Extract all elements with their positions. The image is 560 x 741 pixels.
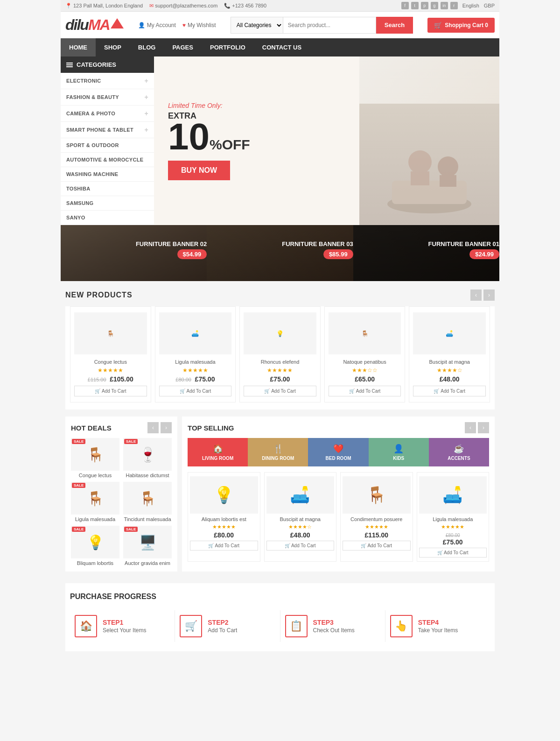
step-2: 🛒 STEP2 Add To Cart (175, 610, 280, 642)
top-selling-next[interactable]: › (478, 422, 489, 433)
top-product-1: 🛋️ Buscipit at magna ★★★★☆ £48.00 🛒 Add … (264, 472, 337, 562)
top-add-cart-3[interactable]: 🛒 Add To Cart (419, 548, 487, 558)
top-selling-header: TOP SELLING ‹ › (188, 422, 489, 433)
sidebar-item-electronic[interactable]: ELECTRONIC + (61, 73, 154, 89)
add-to-cart-2[interactable]: 🛒 Add To Cart (244, 386, 316, 396)
cart-icon-tiny: 🛒 (208, 543, 214, 548)
purchase-progress-title: PURCHASE PROGRESS (70, 593, 490, 601)
cart-icon: 🛒 (434, 21, 442, 29)
hot-deals-header: HOT DEALS ‹ › (71, 422, 172, 433)
product-card-0: 🪑 Congue lectus ★★★★★ £115.00 £105.00 🛒 … (70, 306, 151, 402)
hero-buy-button[interactable]: BUY NOW (168, 161, 230, 180)
top-add-cart-1[interactable]: 🛒 Add To Cart (266, 541, 335, 550)
new-products-section: NEW PRODUCTS ‹ › 🪑 Congue lectus ★★★★★ £… (61, 281, 499, 409)
nav-pages[interactable]: PAGES (164, 38, 202, 56)
add-to-cart-0[interactable]: 🛒 Add To Cart (74, 386, 147, 396)
cat-tab-dining-room[interactable]: 🍴 DINING ROOM (248, 438, 308, 466)
step-2-num: STEP2 (208, 619, 237, 626)
search-area: All Categories Search (231, 17, 413, 34)
purchase-progress: PURCHASE PROGRESS 🏠 STEP1 Select Your It… (65, 583, 495, 651)
product-img-3: 🪑 (329, 312, 401, 354)
my-account-link[interactable]: 👤 My Account (138, 22, 176, 28)
add-to-cart-1[interactable]: 🛒 Add To Cart (159, 386, 232, 396)
product-old-price-1: £80.00 (175, 377, 191, 382)
new-products-list: 🪑 Congue lectus ★★★★★ £115.00 £105.00 🛒 … (65, 306, 495, 409)
facebook-icon[interactable]: f (401, 2, 409, 9)
twitter-icon[interactable]: t (411, 2, 419, 9)
nav-contact[interactable]: CONTACT US (254, 38, 310, 56)
nav-shop[interactable]: SHOP (96, 38, 130, 56)
top-add-cart-0[interactable]: 🛒 Add To Cart (190, 541, 258, 550)
product-pricing-2: £75.00 (244, 375, 316, 383)
category-dropdown[interactable]: All Categories (231, 17, 283, 34)
top-bar-left: 📍 123 Pall Mall, London England ✉ suppor… (65, 3, 266, 9)
sale-badge-1: SALE (124, 439, 138, 444)
sidebar: CATEGORIES ELECTRONIC + FASHION & BEAUTY… (61, 56, 154, 225)
hero-people-image (359, 104, 499, 225)
sidebar-item-washing[interactable]: WASHING MACHINE (61, 167, 154, 182)
cart-icon-small: 🛒 (434, 388, 439, 394)
step-4-num: STEP4 (418, 619, 458, 626)
purchase-progress-section: PURCHASE PROGRESS 🏠 STEP1 Select Your It… (61, 583, 499, 651)
step-4: 👆 STEP4 Take Your Items (385, 610, 490, 642)
language-selector[interactable]: English (462, 3, 479, 8)
my-wishlist-link[interactable]: ♥ My Wishlist (182, 22, 216, 28)
product-img-0: 🪑 (74, 312, 147, 354)
new-products-title: NEW PRODUCTS (65, 291, 133, 299)
banner-row: FURNITURE BANNER 02 $54.99 FURNITURE BAN… (61, 225, 499, 281)
pinterest-icon[interactable]: p (421, 2, 428, 9)
hot-deals-next[interactable]: › (161, 422, 172, 433)
sale-badge-2: SALE (72, 483, 85, 488)
product-name-4: Buscipit at magna (413, 359, 486, 365)
new-products-next[interactable]: › (483, 289, 495, 301)
bed-room-icon: ❤️ (333, 444, 343, 454)
currency-selector[interactable]: GBP (484, 3, 495, 8)
top-product-img-0: 💡 (190, 476, 258, 514)
top-selling-prev[interactable]: ‹ (465, 422, 476, 433)
social-icons: f t p g in r (401, 2, 458, 9)
cart-button[interactable]: 🛒 Shopping Cart 0 (427, 18, 495, 33)
main-content: CATEGORIES ELECTRONIC + FASHION & BEAUTY… (61, 56, 499, 225)
hot-deal-name-3: Tincidunt malesuada (123, 516, 172, 522)
banner-item-2[interactable]: FURNITURE BANNER 03 $85.99 (207, 225, 353, 281)
sidebar-item-smartphone[interactable]: SMART PHONE & TABLET + (61, 122, 154, 138)
sidebar-item-samsung[interactable]: SAMSUNG (61, 196, 154, 211)
sidebar-item-fashion[interactable]: FASHION & BEAUTY + (61, 89, 154, 106)
banner-item-1[interactable]: FURNITURE BANNER 02 $54.99 (61, 225, 207, 281)
rss-icon[interactable]: r (450, 2, 458, 9)
search-button[interactable]: Search (376, 17, 413, 34)
logo-text: diluMA (65, 16, 110, 34)
cart-icon-small: 🛒 (180, 388, 185, 394)
google-icon[interactable]: g (431, 2, 438, 9)
step-4-info: STEP4 Take Your Items (418, 619, 458, 634)
nav-home[interactable]: HOME (61, 38, 96, 56)
top-add-cart-2[interactable]: 🛒 Add To Cart (343, 541, 411, 550)
search-input[interactable] (283, 17, 376, 34)
add-to-cart-3[interactable]: 🛒 Add To Cart (329, 386, 401, 396)
cat-tab-accents[interactable]: ☕ ACCENTS (429, 438, 489, 466)
step-2-info: STEP2 Add To Cart (208, 619, 237, 634)
hot-deals-prev[interactable]: ‹ (147, 422, 159, 433)
cat-tab-bed-room[interactable]: ❤️ BED ROOM (308, 438, 368, 466)
hot-deal-img-0: SALE 🪑 (71, 438, 119, 471)
logo[interactable]: diluMA (65, 16, 124, 34)
linkedin-icon[interactable]: in (441, 2, 448, 9)
logo-triangle (111, 18, 124, 28)
hot-deal-name-1: Habitasse dictumst (123, 473, 172, 478)
header-links: 👤 My Account ♥ My Wishlist (138, 22, 216, 28)
top-product-old-3: £80.00 (446, 533, 460, 538)
nav-portfolio[interactable]: PORTFOLIO (202, 38, 254, 56)
sidebar-item-toshiba[interactable]: TOSHIBA (61, 182, 154, 196)
cat-tab-kids[interactable]: 👤 KIDS (369, 438, 429, 466)
banner-item-3[interactable]: FURNITURE BANNER 01 $24.99 (353, 225, 499, 281)
sidebar-item-automotive[interactable]: AUTOMOTIVE & MOROCYCLE (61, 153, 154, 167)
sidebar-item-camera[interactable]: CAMERA & PHOTO + (61, 106, 154, 122)
sidebar-item-sanyo[interactable]: SANYO (61, 211, 154, 225)
product-name-1: Ligula malesuada (159, 359, 232, 365)
nav-blog[interactable]: BLOG (130, 38, 164, 56)
new-products-prev[interactable]: ‹ (470, 289, 482, 301)
product-pricing-3: £65.00 (329, 375, 401, 383)
sidebar-item-sport[interactable]: SPORT & OUTDOOR (61, 138, 154, 153)
add-to-cart-4[interactable]: 🛒 Add To Cart (413, 386, 486, 396)
cat-tab-living-room[interactable]: 🏠 LIVING ROOM (188, 438, 248, 466)
